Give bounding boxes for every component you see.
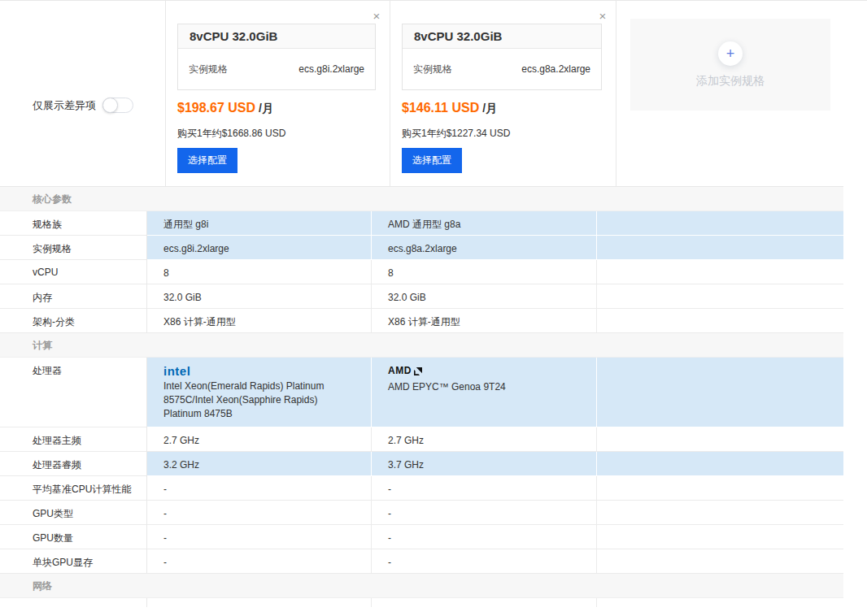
row-value-2: - bbox=[372, 476, 597, 501]
row-value-2: - bbox=[372, 501, 597, 525]
table-row: 平均基准CPU计算性能 - - bbox=[0, 476, 843, 501]
row-value-3 bbox=[597, 358, 843, 427]
row-value-2: - bbox=[372, 525, 597, 549]
processor-text: Intel Xeon(Emerald Rapids) Platinum 8575… bbox=[163, 380, 358, 421]
compare-column-3: + 添加实例规格 bbox=[616, 1, 866, 186]
amd-logo: AMD bbox=[388, 364, 583, 378]
diff-only-toggle[interactable] bbox=[102, 98, 133, 113]
row-value-2: 8 bbox=[372, 260, 597, 284]
table-row: 内存 32.0 GiB 32.0 GiB bbox=[0, 284, 843, 309]
section-header-compute: 计算 bbox=[0, 333, 843, 358]
row-value-3 bbox=[597, 598, 843, 607]
row-label: vCPU bbox=[0, 260, 147, 284]
price-amount: $146.11 USD bbox=[402, 101, 479, 115]
spec-label: 实例规格 bbox=[189, 63, 228, 76]
row-value-3 bbox=[597, 452, 843, 476]
yearly-price: 购买1年约$1668.86 USD bbox=[177, 127, 285, 141]
row-value-3 bbox=[597, 501, 843, 525]
select-config-button[interactable]: 选择配置 bbox=[402, 148, 462, 173]
price-line: $146.11 USD/月 bbox=[402, 101, 497, 116]
select-config-button[interactable]: 选择配置 bbox=[177, 148, 237, 173]
table-row-partial bbox=[0, 598, 843, 607]
instance-compare-page: 仅展示差异项 × 8vCPU 32.0GiB 实例规格 ecs.g8i.2xla… bbox=[0, 0, 867, 616]
instance-card: 8vCPU 32.0GiB 实例规格 ecs.g8a.2xlarge bbox=[402, 24, 602, 90]
row-label bbox=[0, 598, 147, 607]
row-value-3 bbox=[597, 476, 843, 501]
price-line: $198.67 USD/月 bbox=[177, 101, 273, 116]
intel-logo: intel bbox=[163, 364, 358, 378]
row-value-3 bbox=[597, 427, 843, 452]
row-value-1: - bbox=[147, 476, 372, 501]
row-label: 实例规格 bbox=[0, 236, 147, 260]
row-value-2: AMD AMD EPYC™ Genoa 9T24 bbox=[372, 358, 597, 427]
row-value-1: intel Intel Xeon(Emerald Rapids) Platinu… bbox=[147, 358, 372, 427]
compare-header: 仅展示差异项 × 8vCPU 32.0GiB 实例规格 ecs.g8i.2xla… bbox=[0, 1, 867, 186]
spec-label: 实例规格 bbox=[413, 63, 452, 76]
instance-card-title: 8vCPU 32.0GiB bbox=[403, 24, 601, 49]
row-value-1: - bbox=[147, 501, 372, 525]
add-instance-card[interactable]: + 添加实例规格 bbox=[630, 19, 830, 111]
row-value-3 bbox=[597, 525, 843, 549]
row-label: 规格族 bbox=[0, 211, 147, 236]
spec-value: ecs.g8i.2xlarge bbox=[298, 63, 364, 75]
comparison-table: 核心参数 规格族 通用型 g8i AMD 通用型 g8a 实例规格 ecs.g8… bbox=[0, 186, 843, 607]
section-header-network: 网络 bbox=[0, 574, 843, 598]
add-instance-label: 添加实例规格 bbox=[696, 74, 765, 89]
table-row: 处理器睿频 3.2 GHz 3.7 GHz bbox=[0, 452, 843, 476]
price-per-unit: /月 bbox=[259, 102, 273, 115]
row-value-3 bbox=[597, 260, 843, 284]
row-value-1: X86 计算-通用型 bbox=[147, 309, 372, 333]
yearly-price: 购买1年约$1227.34 USD bbox=[402, 127, 510, 141]
instance-card-spec-row: 实例规格 ecs.g8i.2xlarge bbox=[178, 49, 375, 89]
price-amount: $198.67 USD bbox=[177, 101, 255, 115]
row-label: 单块GPU显存 bbox=[0, 549, 147, 574]
compare-column-2: × 8vCPU 32.0GiB 实例规格 ecs.g8a.2xlarge $14… bbox=[390, 1, 616, 186]
table-row: 单块GPU显存 - - bbox=[0, 549, 843, 574]
header-left-zone: 仅展示差异项 bbox=[0, 1, 166, 186]
row-value-3 bbox=[597, 549, 843, 574]
row-value-3 bbox=[597, 236, 843, 260]
compare-column-1: × 8vCPU 32.0GiB 实例规格 ecs.g8i.2xlarge $19… bbox=[166, 1, 390, 186]
section-header-core-params: 核心参数 bbox=[0, 187, 843, 211]
row-value-3 bbox=[597, 309, 843, 333]
toggle-knob bbox=[102, 98, 118, 113]
row-value-2 bbox=[372, 598, 597, 607]
instance-card: 8vCPU 32.0GiB 实例规格 ecs.g8i.2xlarge bbox=[177, 24, 376, 90]
row-label: GPU数量 bbox=[0, 525, 147, 549]
processor-text: AMD EPYC™ Genoa 9T24 bbox=[388, 380, 583, 394]
row-value-2: 3.7 GHz bbox=[372, 452, 597, 476]
row-label: 处理器 bbox=[0, 358, 147, 427]
row-value-1: 2.7 GHz bbox=[147, 427, 372, 452]
instance-card-spec-row: 实例规格 ecs.g8a.2xlarge bbox=[403, 49, 601, 89]
diff-only-toggle-group: 仅展示差异项 bbox=[33, 98, 133, 113]
table-row: 规格族 通用型 g8i AMD 通用型 g8a bbox=[0, 211, 843, 236]
amd-arrow-icon bbox=[414, 367, 422, 375]
table-row: GPU类型 - - bbox=[0, 501, 843, 525]
row-value-2: AMD 通用型 g8a bbox=[372, 211, 597, 236]
row-label: 内存 bbox=[0, 284, 147, 309]
close-icon[interactable]: × bbox=[596, 10, 609, 22]
row-value-1: 通用型 g8i bbox=[147, 211, 372, 236]
spec-value: ecs.g8a.2xlarge bbox=[521, 63, 590, 75]
amd-logo-text: AMD bbox=[388, 364, 412, 378]
row-label: 处理器主频 bbox=[0, 427, 147, 452]
row-value-3 bbox=[597, 211, 843, 236]
row-label: 架构-分类 bbox=[0, 309, 147, 333]
close-icon[interactable]: × bbox=[370, 10, 383, 22]
diff-only-toggle-label: 仅展示差异项 bbox=[33, 98, 96, 113]
table-row-processor: 处理器 intel Intel Xeon(Emerald Rapids) Pla… bbox=[0, 358, 843, 427]
table-row: 处理器主频 2.7 GHz 2.7 GHz bbox=[0, 427, 843, 452]
plus-icon: + bbox=[718, 41, 743, 66]
row-value-1: 8 bbox=[147, 260, 372, 284]
row-value-3 bbox=[597, 284, 843, 309]
row-label: GPU类型 bbox=[0, 501, 147, 525]
instance-card-title: 8vCPU 32.0GiB bbox=[178, 24, 375, 49]
row-value-1: - bbox=[147, 525, 372, 549]
table-row: GPU数量 - - bbox=[0, 525, 843, 549]
row-value-1: 32.0 GiB bbox=[147, 284, 372, 309]
price-per-unit: /月 bbox=[482, 102, 497, 115]
row-value-2: 2.7 GHz bbox=[372, 427, 597, 452]
row-value-2: 32.0 GiB bbox=[372, 284, 597, 309]
row-label: 平均基准CPU计算性能 bbox=[0, 476, 147, 501]
row-value-1: 3.2 GHz bbox=[147, 452, 372, 476]
